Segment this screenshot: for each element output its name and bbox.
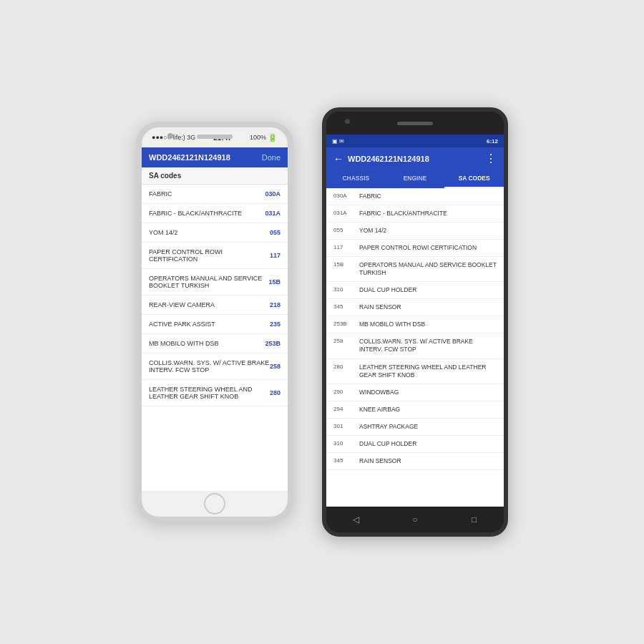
android-item-code: 345 [333, 457, 353, 464]
android-item-name: DUAL CUP HOLDER [359, 440, 497, 448]
android-screen: ▣ ✉ 6:12 ← WDD2462121N124918 ⋮ CHASSISEN… [326, 135, 504, 507]
android-back-nav[interactable]: ◁ [348, 512, 363, 527]
android-list-item[interactable]: 310 DUAL CUP HOLDER [326, 282, 504, 299]
ios-list-item[interactable]: COLLIS.WARN. SYS. W/ ACTIVE BRAKE INTERV… [142, 353, 288, 380]
android-list-item[interactable]: 301 ASHTRAY PACKAGE [326, 419, 504, 436]
ios-sa-codes-list: FABRIC 030A FABRIC - BLACK/ANTHRACITE 03… [142, 185, 288, 491]
ios-item-name: OPERATORS MANUAL AND SERVICE BOOKLET TUR… [149, 275, 268, 289]
android-item-code: 280 [333, 364, 353, 370]
ios-battery: 100% 🔋 [250, 133, 278, 142]
ios-nav-title: WDD2462121N124918 [149, 153, 230, 162]
ios-item-name: ACTIVE PARK ASSIST [149, 321, 270, 328]
android-tabs: CHASSISENGINESA CODES [326, 170, 504, 188]
android-item-name: MB MOBILO WITH DSB [359, 321, 497, 328]
ios-list-item[interactable]: FABRIC 030A [142, 185, 288, 204]
android-list-item[interactable]: 345 RAIN SENSOR [326, 299, 504, 316]
android-item-name: FABRIC [359, 192, 497, 200]
ios-item-name: REAR-VIEW CAMERA [149, 301, 270, 308]
android-item-code: 253B [333, 321, 353, 327]
android-list-item[interactable]: 310 DUAL CUP HOLDER [326, 436, 504, 453]
android-recent-nav[interactable]: □ [467, 512, 482, 527]
android-item-name: RAIN SENSOR [359, 457, 497, 465]
android-tab-chassis[interactable]: CHASSIS [326, 170, 386, 188]
ios-home-area [142, 491, 288, 517]
android-item-code: 117 [333, 244, 353, 250]
android-item-code: 258 [333, 338, 353, 344]
android-more-button[interactable]: ⋮ [485, 152, 497, 165]
ios-list-item[interactable]: MB MOBILO WITH DSB 253B [142, 334, 288, 353]
ios-item-name: FABRIC [149, 190, 265, 197]
ios-list-item[interactable]: ACTIVE PARK ASSIST 235 [142, 315, 288, 334]
ios-item-code: 253B [265, 340, 280, 347]
android-item-code: 290 [333, 389, 353, 395]
android-list-item[interactable]: 294 KNEE AIRBAG [326, 401, 504, 419]
ios-nav-bar: WDD2462121N124918 Done [142, 147, 288, 167]
android-sa-codes-list: 030A FABRIC 031A FABRIC - BLACK/ANTHRACI… [326, 188, 504, 507]
android-item-code: 030A [333, 192, 353, 199]
ios-list-item[interactable]: FABRIC - BLACK/ANTHRACITE 031A [142, 204, 288, 223]
ios-item-name: LEATHER STEERING WHEEL AND LEATHER GEAR … [149, 386, 270, 400]
ios-item-code: 235 [270, 321, 280, 328]
android-item-name: RAIN SENSOR [359, 303, 497, 311]
ios-item-code: 218 [270, 301, 280, 308]
android-item-name: FABRIC - BLACK/ANTHRACITE [359, 210, 497, 218]
android-item-name: WINDOWBAG [359, 389, 497, 396]
ios-list-item[interactable]: YOM 14/2 055 [142, 223, 288, 243]
android-item-code: 15B [333, 261, 353, 268]
ios-item-code: 055 [270, 229, 280, 236]
android-status-left: ▣ ✉ [332, 138, 344, 145]
android-home-nav[interactable]: ○ [408, 512, 422, 527]
ios-carrier: ●●●○○ life:) 3G [152, 134, 195, 141]
android-list-item[interactable]: 055 YOM 14/2 [326, 223, 504, 240]
ios-list-item[interactable]: OPERATORS MANUAL AND SERVICE BOOKLET TUR… [142, 269, 288, 296]
android-phone: ▣ ✉ 6:12 ← WDD2462121N124918 ⋮ CHASSISEN… [322, 107, 508, 537]
android-list-item[interactable]: 031A FABRIC - BLACK/ANTHRACITE [326, 205, 504, 223]
android-list-item[interactable]: 117 PAPER CONTROL ROWI CERTIFICATION [326, 240, 504, 257]
ios-home-button[interactable] [204, 493, 225, 514]
ios-done-button[interactable]: Done [262, 153, 280, 162]
ios-list-item[interactable]: LEATHER STEERING WHEEL AND LEATHER GEAR … [142, 380, 288, 406]
android-item-code: 301 [333, 423, 353, 429]
ios-phone: ●●●○○ life:) 3G 21:47 100% 🔋 WDD2462121N… [136, 122, 293, 522]
android-front-camera [345, 119, 350, 124]
android-item-name: OPERATORS MANUAL AND SERVICE BOOKLET TUR… [359, 261, 497, 277]
android-item-name: ASHTRAY PACKAGE [359, 423, 497, 431]
ios-item-name: FABRIC - BLACK/ANTHRACITE [149, 210, 265, 217]
android-nav-title: WDD2462121N124918 [348, 155, 481, 163]
android-bottom-nav: ◁ ○ □ [326, 507, 504, 532]
ios-item-code: 031A [265, 210, 280, 217]
ios-item-code: 258 [270, 363, 280, 370]
ios-item-code: 280 [270, 389, 280, 396]
android-item-code: 294 [333, 406, 353, 412]
android-item-name: COLLIS.WARN. SYS. W/ ACTIVE BRAKE INTERV… [359, 338, 497, 353]
android-item-name: KNEE AIRBAG [359, 406, 497, 414]
ios-item-code: 117 [270, 252, 280, 259]
android-back-button[interactable]: ← [333, 153, 343, 165]
android-list-item[interactable]: 290 WINDOWBAG [326, 384, 504, 401]
android-list-item[interactable]: 15B OPERATORS MANUAL AND SERVICE BOOKLET… [326, 257, 504, 282]
ios-item-code: 030A [265, 190, 280, 197]
android-list-item[interactable]: 030A FABRIC [326, 188, 504, 205]
ios-list-item[interactable]: REAR-VIEW CAMERA 218 [142, 296, 288, 315]
android-item-name: LEATHER STEERING WHEEL AND LEATHER GEAR … [359, 364, 497, 379]
android-item-code: 055 [333, 227, 353, 233]
ios-item-code: 15B [268, 278, 280, 286]
android-status-time: 6:12 [487, 138, 498, 145]
android-list-item[interactable]: 280 LEATHER STEERING WHEEL AND LEATHER G… [326, 359, 504, 384]
android-item-code: 310 [333, 440, 353, 447]
android-speaker [397, 122, 433, 125]
android-list-item[interactable]: 253B MB MOBILO WITH DSB [326, 316, 504, 333]
android-status-bar: ▣ ✉ 6:12 [326, 135, 504, 147]
ios-front-camera [167, 133, 173, 139]
android-item-code: 345 [333, 303, 353, 310]
android-item-code: 031A [333, 210, 353, 216]
ios-item-name: COLLIS.WARN. SYS. W/ ACTIVE BRAKE INTERV… [149, 359, 270, 374]
android-item-name: PAPER CONTROL ROWI CERTIFICATION [359, 244, 497, 252]
ios-list-item[interactable]: PAPER CONTROL ROWI CERTIFICATION 117 [142, 243, 288, 269]
ios-speaker [197, 135, 233, 139]
android-list-item[interactable]: 258 COLLIS.WARN. SYS. W/ ACTIVE BRAKE IN… [326, 333, 504, 358]
android-tab-sa-codes[interactable]: SA CODES [444, 170, 504, 188]
android-tab-engine[interactable]: ENGINE [386, 170, 445, 188]
android-item-name: DUAL CUP HOLDER [359, 286, 497, 294]
android-list-item[interactable]: 345 RAIN SENSOR [326, 453, 504, 470]
